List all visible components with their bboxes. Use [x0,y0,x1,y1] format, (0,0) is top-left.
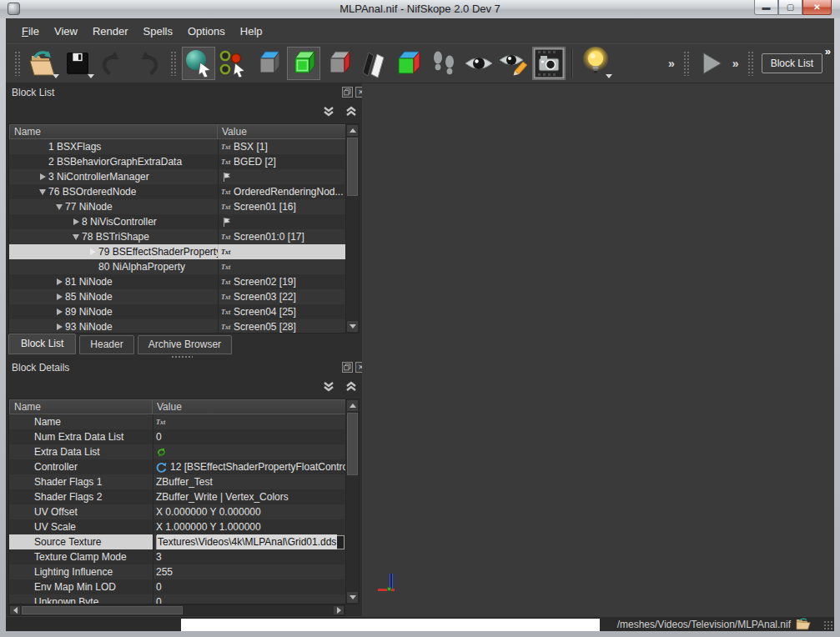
block-details-row[interactable]: NameTxt [9,414,359,429]
block-list-row[interactable]: 8 NiVisController [9,214,359,229]
menu-file[interactable]: File [14,22,47,41]
tab-block-list[interactable]: Block List [8,334,76,354]
render-viewport[interactable] [362,83,834,617]
block-list-view-button[interactable]: Block List [762,53,822,73]
block-list-row[interactable]: 93 NiNodeTxtScreen05 [28] [9,319,359,333]
open-icon[interactable] [26,47,59,80]
block-details-row[interactable]: Source TextureTextures\Videos\4k\MLPAnal… [9,534,359,549]
edit-eye-icon[interactable] [497,47,531,80]
resize-grip[interactable] [823,620,832,629]
block-list-vscrollbar[interactable] [345,123,360,334]
expander-expanded-icon[interactable] [70,234,82,240]
block-list-row[interactable]: 80 NiAlphaPropertyTxt [9,259,359,274]
block-details-row[interactable]: UV ScaleX 1.000000 Y 1.000000 [9,519,359,534]
dropdown-arrow-icon[interactable] [88,74,94,78]
screenshot-camera-icon[interactable] [532,47,566,80]
expander-expanded-icon[interactable] [53,204,65,210]
block-list-row[interactable]: 89 NiNodeTxtScreen04 [25] [9,304,359,319]
expander-collapsed-icon[interactable] [37,173,48,180]
cube-red-side-icon[interactable] [322,47,355,80]
txt-value-icon: Txt [221,263,230,271]
toolbar-grip[interactable] [14,51,20,76]
block-details-row[interactable]: Num Extra Data List0 [9,429,359,444]
column-header-name[interactable]: Name [9,399,153,414]
column-header-value[interactable]: Value [153,399,359,414]
dropdown-arrow-icon[interactable] [606,74,612,78]
toolbar-grip[interactable] [683,51,689,76]
txt-value-icon: Txt [221,324,230,331]
close-button[interactable]: ✕ [802,0,832,15]
expander-collapsed-icon[interactable] [53,308,65,315]
menu-help[interactable]: Help [233,22,270,41]
expander-collapsed-icon[interactable] [53,324,65,330]
block-details-row[interactable]: Shader Flags 2ZBuffer_Write | Vertex_Col… [9,489,359,504]
splitter-handle[interactable] [171,355,193,359]
footprints-icon[interactable] [427,47,460,80]
title-bar[interactable]: MLPAnal.nif - NifSkope 2.0 Dev 7 ▬ ▢ ✕ [0,0,840,18]
maximize-button[interactable]: ▢ [778,0,802,15]
flag-icon [221,172,232,183]
column-header-value[interactable]: Value [218,124,359,139]
minimize-button[interactable]: ▬ [754,0,778,15]
field-name: Lighting Influence [34,564,113,579]
block-details-row[interactable]: Lighting Influence255 [9,564,359,579]
block-list-row[interactable]: 79 BSEffectShaderPropertyTxt [9,244,359,259]
expander-expanded-icon[interactable] [37,189,48,195]
block-details-hscrollbar[interactable] [8,604,345,616]
toolbar-grip[interactable] [170,51,176,76]
expand-all-icon[interactable] [321,380,336,393]
collapse-all-icon[interactable] [344,105,359,118]
axis-cube-icon[interactable] [392,47,425,80]
menu-options[interactable]: Options [180,22,233,41]
block-list-row[interactable]: 76 BSOrderedNodeTxtOrderedRenderingNod..… [9,184,359,199]
block-list-row[interactable]: 81 NiNodeTxtScreen02 [19] [9,274,359,289]
block-details-row[interactable]: Controller12 [BSEffectShaderPropertyFloa… [9,459,359,474]
cube-green-icon[interactable] [287,47,320,80]
play-icon[interactable] [695,47,728,80]
expander-collapsed-icon[interactable] [87,248,98,255]
collapse-all-icon[interactable] [344,380,359,393]
status-progress-field[interactable] [181,619,600,631]
block-list-row[interactable]: 3 NiControllerManager [9,169,359,184]
expand-all-icon[interactable] [321,105,336,118]
block-details-row[interactable]: Env Map Min LOD0 [9,579,359,594]
texture-path-input[interactable]: Textures\Videos\4k\MLPAnal\Grid01.dds [156,535,345,549]
cube-blue-top-icon[interactable] [252,47,285,80]
block-list-row[interactable]: 2 BSBehaviorGraphExtraDataTxtBGED [2] [9,154,359,169]
lighting-bulb-icon[interactable] [579,47,612,80]
browse-folder-icon[interactable] [796,618,812,631]
menu-view[interactable]: View [47,22,85,41]
block-details-row[interactable]: Unknown Byte0 [9,594,359,604]
block-details-vscrollbar[interactable] [345,399,360,604]
expander-collapsed-icon[interactable] [53,278,65,285]
tab-header[interactable]: Header [79,335,133,354]
block-list-row[interactable]: 1 BSXFlagsTxtBSX [1] [9,139,359,154]
field-value: 12 [BSEffectShaderPropertyFloatControlle… [170,459,346,474]
block-list-row[interactable]: 85 NiNodeTxtScreen03 [22] [9,289,359,304]
menu-render[interactable]: Render [85,22,136,41]
float-panel-icon[interactable] [342,362,353,373]
block-list-row[interactable]: 77 NiNodeTxtScreen01 [16] [9,199,359,214]
column-header-name[interactable]: Name [9,124,218,139]
expander-collapsed-icon[interactable] [53,293,65,300]
block-list-row[interactable]: 78 BSTriShapeTxtScreen01:0 [17] [9,229,359,244]
select-vertex-icon[interactable] [217,47,250,80]
block-details-row[interactable]: UV OffsetX 0.000000 Y 0.000000 [9,504,359,519]
select-object-icon[interactable] [182,47,215,80]
save-icon[interactable] [61,47,94,80]
dropdown-arrow-icon[interactable] [53,74,59,78]
block-details-row[interactable]: Shader Flags 1ZBuffer_Test [9,474,359,489]
double-sided-icon[interactable] [357,47,390,80]
block-details-row[interactable]: Extra Data List [9,444,359,459]
toolbar-overflow-icon[interactable]: » [732,57,739,70]
txt-value-icon: Txt [221,158,230,166]
visibility-eye-icon[interactable] [462,47,495,80]
float-panel-icon[interactable] [342,87,353,98]
toolbar-grip[interactable] [747,51,753,76]
tab-archive-browser[interactable]: Archive Browser [138,335,232,354]
expander-collapsed-icon[interactable] [70,218,82,225]
toolbar-overflow-icon[interactable]: » [668,57,675,70]
toolbar-overflow-icon[interactable]: » [825,45,831,58]
menu-spells[interactable]: Spells [136,22,180,41]
block-details-row[interactable]: Texture Clamp Mode3 [9,549,359,564]
